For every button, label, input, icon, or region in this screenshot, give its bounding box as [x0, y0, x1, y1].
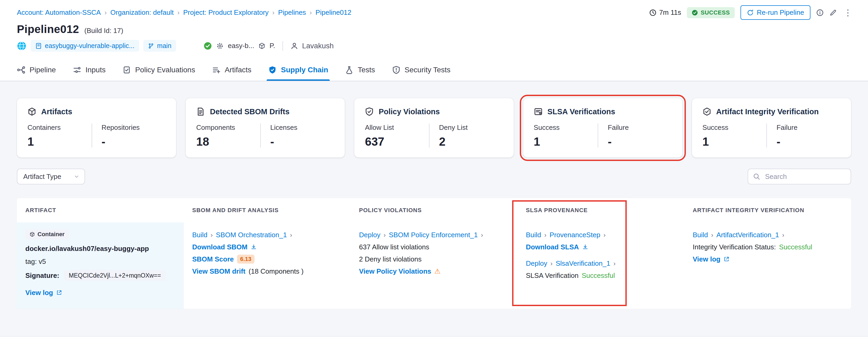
trigger-name: easy-b... [228, 42, 254, 50]
slsa-verification-label: SLSA Verification [526, 271, 579, 280]
search-input[interactable] [748, 169, 851, 185]
step-link[interactable]: SBOM Orchestration_1 [216, 231, 287, 239]
top-bar: Account: Automation-SSCA › Organization:… [0, 0, 868, 21]
view-sbom-drift-link[interactable]: View SBOM drift [192, 267, 246, 276]
stage-link[interactable]: Build [693, 231, 708, 239]
branch-chip[interactable]: main [143, 40, 176, 52]
download-sbom-link[interactable]: Download SBOM [192, 243, 257, 251]
view-log-link[interactable]: View log [25, 289, 62, 297]
divider [282, 41, 283, 51]
table-header: ARTIFACT SBOM AND DRIFT ANALYSIS POLICY … [17, 198, 851, 222]
chevron-right-icon: › [711, 231, 713, 239]
tab-policy-evaluations[interactable]: Policy Evaluations [123, 59, 195, 81]
sbom-score-link[interactable]: SBOM Score [192, 255, 234, 263]
duration-text: 7m 11s [659, 8, 681, 17]
chevron-right-icon: › [551, 260, 553, 267]
tab-label: Tests [358, 66, 375, 74]
artifacts-table: ARTIFACT SBOM AND DRIFT ANALYSIS POLICY … [17, 198, 851, 309]
card-title: Detected SBOM Drifts [210, 107, 289, 116]
tab-security-tests[interactable]: Security Tests [392, 59, 451, 81]
card-artifacts: Artifacts Containers 1 Repositories - [17, 98, 176, 158]
sbom-drift-count: (18 Components ) [249, 267, 304, 276]
step-link[interactable]: SBOM Policy Enforcement_1 [389, 231, 478, 239]
container-type-badge: Container [25, 229, 69, 239]
policy-shield-check-icon [365, 107, 374, 116]
breadcrumb-organization[interactable]: Organization: default [110, 8, 174, 17]
metric-value: - [270, 136, 335, 148]
tab-artifacts[interactable]: Artifacts [212, 59, 251, 81]
step-link[interactable]: SlsaVerification_1 [556, 259, 610, 267]
breadcrumb-pipelines[interactable]: Pipelines [278, 8, 306, 17]
bottom-strip [0, 336, 868, 352]
refresh-icon [747, 9, 754, 16]
deny-list-violations: 2 Deny list violations [359, 255, 422, 263]
metric-value: 2 [439, 136, 503, 148]
git-branch-icon [148, 43, 154, 49]
breadcrumb-account[interactable]: Account: Automation-SSCA [17, 8, 101, 17]
slsa-verification-status: Successful [582, 271, 615, 280]
artifact-type-label: Artifact Type [23, 172, 61, 181]
view-log-link[interactable]: View log [693, 255, 730, 263]
metric-label: Failure [608, 124, 672, 132]
tab-bar: Pipeline Inputs Policy Evaluations Artif… [0, 59, 868, 81]
info-icon[interactable] [816, 9, 824, 17]
check-circle-icon [692, 9, 698, 16]
rerun-pipeline-button[interactable]: Re-run Pipeline [741, 5, 810, 20]
integrity-status-label: Integrity Verification Status: [693, 243, 776, 251]
view-log-label: View log [693, 255, 720, 263]
chevron-right-icon: › [544, 231, 547, 239]
branch-name: main [157, 42, 171, 50]
warning-icon: ⚠ [435, 268, 441, 275]
status-badge: SUCCESS [687, 7, 735, 18]
sbom-score-badge: 6.13 [237, 255, 255, 264]
download-slsa-link[interactable]: Download SLSA [526, 243, 588, 251]
sbom-cell: Build › SBOM Orchestration_1 › Download … [184, 222, 350, 309]
stage-link[interactable]: Build [192, 231, 208, 239]
breadcrumb-pipeline012[interactable]: Pipeline012 [315, 8, 351, 17]
download-icon [582, 244, 588, 250]
stage-link[interactable]: Deploy [359, 231, 380, 239]
slsa-cell: Build › ProvenanceStep › Download SLSA D… [518, 222, 684, 309]
repository-chip[interactable]: easybuggy-vulnerable-applic... [31, 40, 139, 52]
view-policy-violations-link[interactable]: View Policy Violations [359, 267, 431, 276]
more-options-kebab-icon[interactable]: ⋮ [843, 8, 853, 17]
summary-cards: Artifacts Containers 1 Repositories - [17, 98, 851, 158]
card-policy-violations: Policy Violations Allow List 637 Deny Li… [354, 98, 514, 158]
module-globe-icon [17, 41, 26, 51]
integrity-cell: Build › ArtifactVerification_1 › Integri… [684, 222, 851, 309]
tab-pipeline[interactable]: Pipeline [17, 59, 56, 81]
user-name: Lavakush [302, 42, 334, 50]
card-title: Artifacts [41, 107, 72, 116]
metric-value: 1 [703, 136, 767, 148]
tab-tests[interactable]: Tests [345, 59, 375, 81]
slsa-certificate-icon [534, 107, 543, 116]
stage-link[interactable]: Deploy [526, 259, 547, 267]
package-icon [258, 42, 265, 49]
security-shield-icon [392, 66, 401, 74]
view-log-label: View log [25, 289, 53, 297]
card-slsa-verifications: SLSA Verifications Success 1 Failure - [523, 98, 682, 158]
gear-icon [216, 42, 224, 50]
search-box [748, 169, 851, 185]
step-link[interactable]: ProvenanceStep [550, 231, 600, 239]
repository-icon [35, 43, 42, 49]
metric-value: - [102, 136, 166, 148]
step-link[interactable]: ArtifactVerification_1 [716, 231, 779, 239]
integrity-status-value: Successful [779, 243, 812, 251]
clipboard-check-icon [123, 66, 131, 74]
stage-link[interactable]: Build [526, 231, 541, 239]
edit-pencil-icon[interactable] [830, 9, 837, 17]
metric-label: Components [196, 124, 260, 132]
container-cube-icon [30, 232, 35, 237]
page-title: Pipeline012 [17, 23, 79, 36]
breadcrumb-project[interactable]: Project: Product Exploratory [183, 8, 269, 17]
chevron-right-icon: › [211, 231, 213, 239]
card-sbom-drifts: Detected SBOM Drifts Components 18 Licen… [186, 98, 345, 158]
card-artifact-integrity: Artifact Integrity Verification Success … [692, 98, 851, 158]
tab-supply-chain[interactable]: Supply Chain [268, 59, 328, 81]
artifact-type-select[interactable]: Artifact Type [17, 169, 85, 185]
metric-label: Success [534, 124, 598, 132]
signature-label: Signature: [25, 271, 59, 280]
metric-value: 1 [534, 136, 598, 148]
tab-inputs[interactable]: Inputs [73, 59, 105, 81]
